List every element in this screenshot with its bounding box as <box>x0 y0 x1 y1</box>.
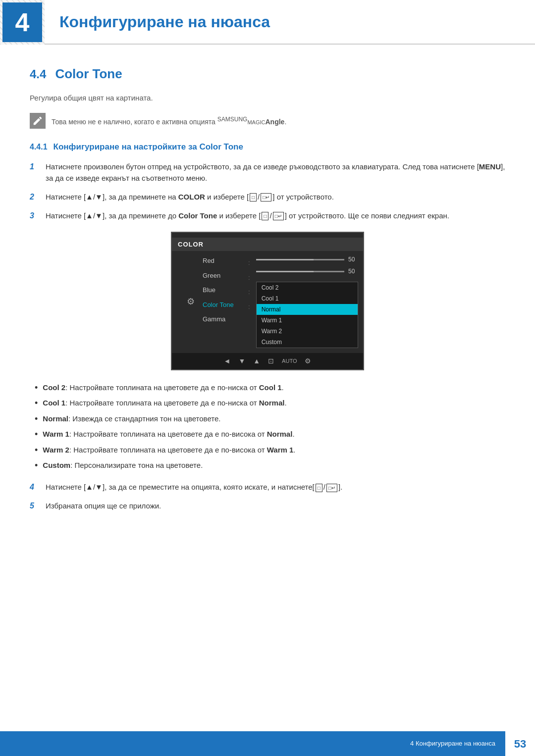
green-slider-bar <box>256 271 344 272</box>
bullet-text-cool2: Cool 2: Настройвате топлината на цветове… <box>43 382 283 394</box>
section-title-row: 4.4 Color Tone <box>30 64 505 84</box>
divider-3: : <box>248 285 250 297</box>
bullet-cool1: • Cool 1: Настройвате топлината на цвето… <box>35 398 505 409</box>
dividers-col: : : : : <box>248 255 250 348</box>
settings-btn-icon: ⚙ <box>305 356 311 366</box>
chapter-number: 4 <box>15 3 30 42</box>
step-1: 1 Натиснете произволен бутон отпред на у… <box>30 161 505 184</box>
bullet-warm1: • Warm 1: Настройвате топлината на цвето… <box>35 429 505 440</box>
color-tone-dropdown: Cool 2 Cool 1 Normal Warm 1 Warm 2 Custo… <box>256 282 358 348</box>
red-slider-row: 50 <box>256 255 358 264</box>
bullet-text-cool1: Cool 1: Настройвате топлината на цветове… <box>43 398 286 409</box>
magic-text: MAGIC <box>247 119 265 125</box>
divider-2: : <box>248 271 250 283</box>
section-title: Color Tone <box>55 64 122 84</box>
dropdown-normal: Normal <box>257 304 358 315</box>
bullet-normal: • Normal: Извежда се стандартния тон на … <box>35 413 505 425</box>
return-icon-3: □↵ <box>326 484 337 493</box>
bullet-list: • Cool 2: Настройвате топлината на цвето… <box>35 382 505 471</box>
menu-item-gamma: Gamma <box>203 313 242 325</box>
enter-btn-icon: ⊡ <box>268 356 274 366</box>
subsection-title: Конфигуриране на настройките за Color To… <box>54 141 243 153</box>
content-area: 4.4 Color Tone Регулира общия цвят на ка… <box>0 64 535 512</box>
bullet-warm2: • Warm 2: Настройвате топлината на цвето… <box>35 445 505 456</box>
chapter-title: Конфигуриране на нюанса <box>59 10 270 34</box>
dropdown-cool1: Cool 1 <box>257 293 358 304</box>
subsection-title-row: 4.4.1 Конфигуриране на настройките за Co… <box>30 141 505 153</box>
gear-icon: ⚙ <box>187 295 195 308</box>
page-footer: 4 Конфигуриране на нюанса 53 <box>0 731 535 756</box>
menu-item-colortone: Color Tone <box>203 299 242 311</box>
divider-1: : <box>248 256 250 268</box>
red-slider-bar <box>256 259 344 260</box>
return-icon-2: □↵ <box>273 212 284 221</box>
step-text-2: Натиснете [▲/▼], за да преминете на COLO… <box>46 191 334 202</box>
left-arrow-icon: ◄ <box>224 356 231 366</box>
menu-values: 50 50 Co <box>256 255 358 348</box>
menu-rows: ⚙ Red Green Blue Color Tone Gamma : : <box>172 255 363 353</box>
menu-item-green: Green <box>203 270 242 282</box>
note-text: Това меню не е налично, когато е активна… <box>52 113 286 127</box>
divider-4: : <box>248 300 250 312</box>
bullet-dot-3: • <box>35 413 38 425</box>
return-icon: □↵ <box>261 193 271 202</box>
step-2: 2 Натиснете [▲/▼], за да преминете на CO… <box>30 191 505 203</box>
menu-items-left: Red Green Blue Color Tone Gamma <box>203 255 242 348</box>
footer-page-number: 53 <box>505 731 535 756</box>
bullet-text-warm1: Warm 1: Настройвате топлината на цветове… <box>43 429 294 440</box>
bullet-dot-6: • <box>35 460 38 471</box>
step-number-3: 3 <box>30 210 39 222</box>
page-container: 4 Конфигуриране на нюанса 4.4 Color Tone… <box>0 0 535 756</box>
steps-list: 1 Натиснете произволен бутон отпред на у… <box>30 161 505 222</box>
menu-box: COLOR ⚙ Red Green Blue Color Tone Gamma <box>171 232 364 371</box>
dropdown-warm1: Warm 1 <box>257 315 358 326</box>
section-description: Регулира общия цвят на картината. <box>30 93 505 104</box>
bullet-text-normal: Normal: Извежда се стандартния тон на цв… <box>43 413 220 425</box>
red-value: 50 <box>348 255 358 264</box>
bullet-text-warm2: Warm 2: Настройвате топлината на цветове… <box>43 445 295 456</box>
step-5: 5 Избраната опция ще се приложи. <box>30 500 505 512</box>
step-text-4: Натиснете [▲/▼], за да се преместите на … <box>46 481 342 493</box>
up-arrow-icon: ▲ <box>253 356 260 366</box>
step-number-2: 2 <box>30 191 39 203</box>
green-value: 50 <box>348 267 358 276</box>
page-number: 53 <box>514 736 526 752</box>
dropdown-cool2: Cool 2 <box>257 282 358 293</box>
section-number: 4.4 <box>30 65 46 83</box>
step-text-5: Избраната опция ще се приложи. <box>46 500 161 511</box>
bullet-custom: • Custom: Персонализирате тона на цветов… <box>35 460 505 471</box>
chapter-title-block: Конфигуриране на нюанса <box>45 0 535 45</box>
bullet-text-custom: Custom: Персонализирате тона на цветовет… <box>43 460 203 471</box>
step-number-4: 4 <box>30 481 39 493</box>
angle-text: Angle <box>265 117 284 125</box>
step-text-3: Натиснете [▲/▼], за да преминете до Colo… <box>46 210 449 221</box>
green-slider-row: 50 <box>256 267 358 276</box>
step-text-1: Натиснете произволен бутон отпред на уст… <box>46 161 505 184</box>
step-4: 4 Натиснете [▲/▼], за да се преместите н… <box>30 481 505 493</box>
steps-list-2: 4 Натиснете [▲/▼], за да се преместите н… <box>30 481 505 512</box>
menu-item-red: Red <box>203 255 242 267</box>
menu-header: COLOR <box>172 238 363 252</box>
auto-label: AUTO <box>282 357 297 365</box>
green-slider-fill <box>256 271 314 272</box>
subsection-number: 4.4.1 <box>30 141 48 153</box>
chapter-number-inner: 4 <box>2 2 42 42</box>
menu-bottom-bar: ◄ ▼ ▲ ⊡ AUTO ⚙ <box>172 353 363 369</box>
pencil-icon <box>32 115 43 126</box>
note-icon <box>30 113 46 129</box>
bullet-dot-5: • <box>35 445 38 456</box>
dropdown-warm2: Warm 2 <box>257 326 358 337</box>
settings-icon-col: ⚙ <box>187 255 195 348</box>
samsung-text: SAMSUNG <box>217 116 248 123</box>
bullet-dot-2: • <box>35 398 38 409</box>
dropdown-custom: Custom <box>257 337 358 348</box>
enter-icon-3: □ <box>316 484 322 493</box>
step-3: 3 Натиснете [▲/▼], за да преминете до Co… <box>30 210 505 222</box>
chapter-number-block: 4 <box>0 0 45 45</box>
monitor-screenshot: COLOR ⚙ Red Green Blue Color Tone Gamma <box>30 232 505 371</box>
enter-icon-2: □ <box>262 212 268 221</box>
enter-icon: □ <box>250 193 257 202</box>
step-number-1: 1 <box>30 161 39 173</box>
bullet-dot-1: • <box>35 382 38 394</box>
note-box: Това меню не е налично, когато е активна… <box>30 113 505 129</box>
